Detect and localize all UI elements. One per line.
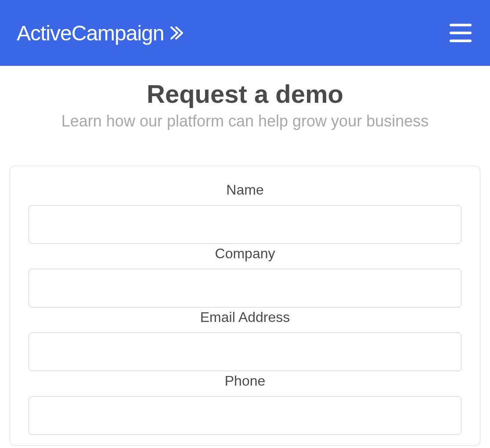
form-group-name: Name (29, 182, 461, 244)
form-group-phone: Phone (29, 373, 461, 435)
form-group-email: Email Address (29, 309, 461, 371)
main-content: Request a demo Learn how our platform ca… (0, 66, 490, 446)
hamburger-icon (450, 40, 472, 42)
site-header: ActiveCampaign (0, 0, 490, 66)
page-title: Request a demo (9, 79, 481, 108)
page-subtitle: Learn how our platform can help grow you… (9, 112, 481, 130)
brand-chevron-icon (169, 25, 184, 40)
demo-form: Name Company Email Address Phone (10, 166, 480, 446)
menu-button[interactable] (448, 22, 473, 44)
hamburger-icon (450, 24, 472, 26)
name-label: Name (29, 182, 461, 198)
phone-input[interactable] (29, 396, 461, 435)
company-input[interactable] (29, 269, 461, 307)
email-label: Email Address (29, 309, 461, 325)
company-label: Company (29, 246, 461, 262)
hamburger-icon (450, 32, 472, 34)
form-group-company: Company (29, 246, 461, 307)
phone-label: Phone (29, 373, 461, 389)
brand-name: ActiveCampaign (17, 21, 164, 45)
email-input[interactable] (29, 332, 461, 371)
brand-logo[interactable]: ActiveCampaign (17, 21, 184, 45)
name-input[interactable] (29, 205, 461, 244)
